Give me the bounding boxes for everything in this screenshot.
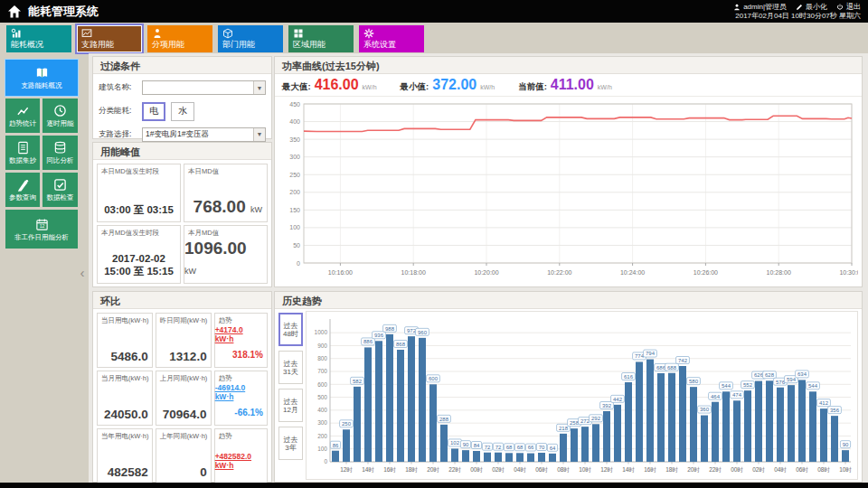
- user-icon: [733, 4, 741, 11]
- cell-label: 本月MD值发生时段: [98, 226, 180, 238]
- stat-unit: kW/h: [363, 84, 377, 90]
- cell-value: 768.00 kW: [193, 197, 262, 217]
- svg-text:292: 292: [591, 416, 601, 421]
- svg-text:626: 626: [754, 372, 764, 378]
- svg-text:868: 868: [396, 342, 406, 347]
- history-range-tabs: 过去48时过去31天过去12月过去3年: [278, 313, 303, 465]
- svg-text:272: 272: [580, 418, 590, 424]
- svg-text:800: 800: [317, 355, 327, 361]
- svg-text:06时: 06时: [796, 466, 808, 473]
- tab-dept-energy[interactable]: 部门用能: [218, 25, 283, 52]
- cell-value: 03:00 至 03:15: [98, 203, 180, 216]
- svg-text:72: 72: [495, 445, 502, 450]
- svg-text:04时: 04时: [774, 466, 787, 473]
- svg-text:100: 100: [289, 224, 300, 230]
- category-button-electric[interactable]: 电: [142, 102, 165, 121]
- svg-text:400: 400: [317, 407, 327, 413]
- branch-select[interactable]: 1#变电房1#变压器 ▼: [142, 127, 266, 142]
- power-panel-title: 功率曲线(过去15分钟): [275, 57, 862, 74]
- sidebar-item-trend-statistics[interactable]: 趋势统计: [5, 99, 40, 133]
- tab-system-settings[interactable]: 系统设置: [359, 25, 424, 52]
- svg-text:10时: 10时: [839, 466, 852, 473]
- md-today-period-cell: 本日MD值发生时段 03:00 至 03:15: [97, 164, 181, 222]
- svg-text:582: 582: [353, 379, 363, 384]
- sidebar-item-yoy-analysis[interactable]: 同比分析: [42, 136, 78, 170]
- svg-text:10:30:00: 10:30:00: [839, 269, 858, 276]
- stat-unit: kW/h: [598, 84, 612, 90]
- chevron-down-icon: ▼: [253, 128, 265, 141]
- svg-text:06时: 06时: [535, 466, 548, 473]
- svg-text:464: 464: [711, 394, 721, 399]
- cell-label: 趋势: [215, 429, 267, 441]
- cell-value: 1312.0: [169, 350, 206, 363]
- svg-text:960: 960: [418, 330, 428, 335]
- svg-text:90: 90: [843, 442, 849, 447]
- book-icon: [35, 66, 49, 80]
- cell-label: 本日MD值: [184, 164, 267, 176]
- tab-energy-overview[interactable]: 能耗概况: [6, 25, 71, 52]
- sidebar-collapse-button[interactable]: ‹: [76, 262, 89, 284]
- history-tab-48时[interactable]: 过去48时: [278, 313, 303, 346]
- svg-text:634: 634: [797, 371, 807, 377]
- minimize-button[interactable]: 最小化: [796, 3, 827, 12]
- category-button-water[interactable]: 水: [171, 102, 194, 121]
- tab-label: 分项用能: [152, 39, 184, 51]
- sidebar-item-label: 数据集抄: [7, 157, 38, 164]
- tab-label: 支路用能: [81, 39, 114, 51]
- svg-text:442: 442: [613, 397, 623, 402]
- svg-text:742: 742: [678, 358, 688, 363]
- trend-percent: -66.1%: [234, 408, 263, 418]
- history-tab-3年[interactable]: 过去3年: [278, 427, 303, 460]
- svg-text:400: 400: [289, 118, 300, 125]
- sidebar-item-label: 支路能耗概况: [20, 82, 64, 89]
- filter-panel-title: 过滤条件: [93, 57, 271, 74]
- svg-text:14时: 14时: [362, 466, 374, 473]
- sidebar-item-label: 同比分析: [45, 157, 76, 164]
- svg-text:356: 356: [830, 408, 840, 413]
- svg-text:200: 200: [317, 433, 327, 439]
- history-tab-31天[interactable]: 过去31天: [278, 351, 303, 384]
- svg-text:10:20:00: 10:20:00: [474, 269, 498, 276]
- tab-area-energy[interactable]: 区域用能: [288, 25, 354, 52]
- tab-item-energy[interactable]: 分项用能: [147, 25, 212, 52]
- svg-text:594: 594: [787, 377, 797, 382]
- building-select[interactable]: ▼: [142, 80, 266, 95]
- svg-text:412: 412: [819, 400, 829, 406]
- trend-cell: 趋势-46914.0 kW·h-66.1%: [214, 371, 268, 426]
- cell-value: 0: [200, 465, 207, 479]
- building-label: 建筑名称:: [99, 82, 142, 93]
- energy-value-cell: 昨日同期(kW·h)1312.0: [156, 313, 212, 368]
- svg-text:580: 580: [689, 379, 699, 384]
- svg-text:972: 972: [407, 328, 417, 333]
- sidebar-item-hourly-energy[interactable]: 逐时用能: [42, 99, 78, 133]
- huanbi-grid: 当日用电(kW·h)5486.0昨日同期(kW·h)1312.0趋势+4174.…: [93, 309, 271, 487]
- history-tab-12月[interactable]: 过去12月: [278, 389, 303, 422]
- svg-text:14时: 14时: [622, 466, 635, 473]
- tab-label: 系统设置: [363, 39, 396, 51]
- trend-percent: 318.1%: [232, 350, 263, 360]
- svg-text:0: 0: [324, 458, 327, 465]
- sidebar-item-data-check[interactable]: 数据检查: [42, 173, 78, 207]
- trend-delta: +482582.0 kW·h: [215, 452, 263, 470]
- svg-text:02时: 02时: [492, 466, 505, 473]
- sidebar-item-non-workday-analysis[interactable]: 非工作日用能分析: [5, 210, 78, 249]
- sidebar-item-branch-energy-overview[interactable]: 支路能耗概况: [5, 60, 78, 96]
- stat-value: 411.00: [551, 77, 594, 93]
- svg-text:300: 300: [317, 419, 327, 426]
- trend-delta: -46914.0 kW·h: [215, 383, 263, 401]
- logout-button[interactable]: 退出: [836, 3, 861, 12]
- sidebar-item-parameter-query[interactable]: 参数查询: [5, 173, 40, 207]
- trend-cell: 趋势+482582.0 kW·h: [214, 428, 268, 483]
- cell-label: 当年用电(kW·h): [98, 429, 152, 441]
- tab-label: 区域用能: [293, 39, 326, 51]
- tab-branch-energy[interactable]: 支路用能: [77, 25, 142, 52]
- user-menu[interactable]: admin|管理员: [733, 3, 787, 12]
- svg-text:552: 552: [743, 382, 753, 388]
- sidebar-item-label: 趋势统计: [7, 120, 38, 127]
- chart-line-icon: [81, 28, 92, 39]
- branch-select-value: 1#变电房1#变压器: [143, 129, 253, 140]
- svg-text:250: 250: [289, 172, 300, 178]
- svg-text:360: 360: [700, 407, 710, 412]
- cell-label: 趋势: [215, 314, 267, 325]
- sidebar-item-data-collection[interactable]: 数据集抄: [5, 136, 40, 170]
